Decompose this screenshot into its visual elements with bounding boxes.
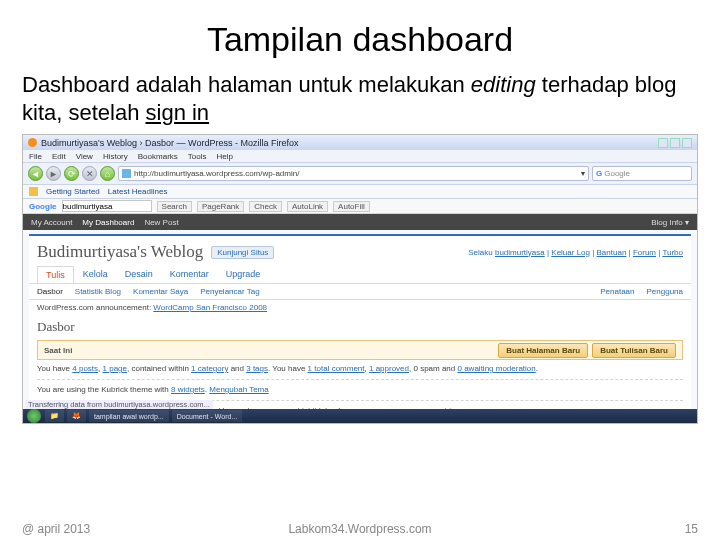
tab-desain[interactable]: Desain	[117, 266, 161, 283]
home-button[interactable]: ⌂	[100, 166, 115, 181]
widgets-link[interactable]: 8 widgets	[171, 385, 205, 394]
tab-kelola[interactable]: Kelola	[75, 266, 116, 283]
menu-tools[interactable]: Tools	[188, 152, 207, 161]
moderation-link[interactable]: 0 awaiting moderation	[458, 364, 536, 373]
taskbar-item-2[interactable]: 🦊	[67, 410, 86, 422]
menu-file[interactable]: File	[29, 152, 42, 161]
subtab-dasbor[interactable]: Dasbor	[37, 287, 63, 296]
subtab-pengguna[interactable]: Pengguna	[647, 287, 683, 296]
footer-source: Labkom34.Wordpress.com	[288, 522, 431, 536]
approved-link[interactable]: 1 approved	[369, 364, 409, 373]
tab-my-dashboard[interactable]: My Dashboard	[82, 218, 134, 227]
browser-toolbar: ◄ ► ⟳ ✕ ⌂ http://budimurtiyasa.wordpress…	[23, 163, 697, 185]
bookmark-icon	[29, 187, 38, 196]
menu-view[interactable]: View	[76, 152, 93, 161]
menu-bookmarks[interactable]: Bookmarks	[138, 152, 178, 161]
wp-topbar: My Account My Dashboard New Post Blog In…	[23, 214, 697, 230]
taskbar-item-4[interactable]: Document - Word...	[172, 410, 243, 422]
site-favicon	[122, 169, 131, 178]
reload-button[interactable]: ⟳	[64, 166, 79, 181]
footer-date: @ april 2013	[22, 522, 90, 536]
announcement-link[interactable]: WordCamp San Francisco 2008	[153, 303, 267, 312]
search-placeholder: Google	[604, 169, 630, 178]
url-bar[interactable]: http://budimurtiyasa.wordpress.com/wp-ad…	[118, 166, 589, 181]
close-button[interactable]	[682, 138, 692, 148]
slide-footer: @ april 2013 Labkom34.Wordpress.com 15	[0, 518, 720, 540]
body-em: editing	[471, 72, 536, 97]
tab-new-post[interactable]: New Post	[144, 218, 178, 227]
user-name-link[interactable]: budimurtiyasa	[495, 248, 545, 257]
menu-history[interactable]: History	[103, 152, 128, 161]
browser-titlebar: Budimurtiyasa's Weblog › Dasbor — WordPr…	[23, 135, 697, 150]
subtab-statistik[interactable]: Statistik Blog	[75, 287, 121, 296]
taskbar-item-1[interactable]: 📁	[45, 410, 64, 422]
turbo-link[interactable]: Turbo	[662, 248, 683, 257]
change-theme-link[interactable]: Mengubah Tema	[209, 385, 268, 394]
body-pre: Dashboard adalah halaman untuk melakukan	[22, 72, 471, 97]
page-number: 15	[685, 522, 698, 536]
new-post-button[interactable]: Buat Tulisan Baru	[592, 343, 676, 358]
tags-link[interactable]: 3 tags	[246, 364, 268, 373]
subtab-tag[interactable]: Penyelancar Tag	[200, 287, 259, 296]
wordpress-admin: My Account My Dashboard New Post Blog In…	[23, 214, 697, 424]
subtab-komentar-saya[interactable]: Komentar Saya	[133, 287, 188, 296]
browser-menubar: File Edit View History Bookmarks Tools H…	[23, 150, 697, 163]
bookmark-getting-started[interactable]: Getting Started	[46, 187, 100, 196]
google-autolink[interactable]: AutoLink	[287, 201, 328, 212]
firefox-icon	[28, 138, 37, 147]
comments-link[interactable]: 1 total comment	[308, 364, 365, 373]
wp-sub-tabs: Dasbor Statistik Blog Komentar Saya Peny…	[29, 283, 691, 300]
windows-taskbar: 📁 🦊 tampilan awal wordp... Document - Wo…	[23, 409, 697, 423]
taskbar-item-3[interactable]: tampilan awal wordp...	[89, 410, 169, 422]
blog-info-dropdown[interactable]: Blog Info ▾	[651, 218, 689, 227]
stop-button[interactable]: ✕	[82, 166, 97, 181]
google-pagerank[interactable]: PageRank	[197, 201, 244, 212]
categories-link[interactable]: 1 category	[191, 364, 228, 373]
slide-body-text: Dashboard adalah halaman untuk melakukan…	[0, 71, 720, 134]
blog-title: Budimurtiyasa's Weblog	[37, 242, 203, 262]
browser-status-text: Transferring data from budimurtiyasa.wor…	[25, 400, 213, 409]
minimize-button[interactable]	[658, 138, 668, 148]
back-button[interactable]: ◄	[28, 166, 43, 181]
tab-tulis[interactable]: Tulis	[37, 266, 74, 283]
maximize-button[interactable]	[670, 138, 680, 148]
right-now-label: Saat Ini	[44, 346, 72, 355]
user-links: Selaku budimurtiyasa | Keluar Log | Bant…	[468, 248, 683, 257]
logout-link[interactable]: Keluar Log	[551, 248, 590, 257]
subtab-penataan[interactable]: Penataan	[600, 287, 634, 296]
forum-link[interactable]: Forum	[633, 248, 656, 257]
tab-upgrade[interactable]: Upgrade	[218, 266, 269, 283]
forward-button[interactable]: ►	[46, 166, 61, 181]
new-page-button[interactable]: Buat Halaman Baru	[498, 343, 588, 358]
visit-site-button[interactable]: Kunjungi Situs	[211, 246, 274, 259]
google-check[interactable]: Check	[249, 201, 282, 212]
tab-my-account[interactable]: My Account	[31, 218, 72, 227]
start-button[interactable]	[27, 409, 41, 423]
menu-edit[interactable]: Edit	[52, 152, 66, 161]
body-underline: sign in	[146, 100, 210, 125]
bookmark-latest-headlines[interactable]: Latest Headlines	[108, 187, 168, 196]
google-autofill[interactable]: AutoFill	[333, 201, 370, 212]
google-logo: Google	[29, 202, 57, 211]
tab-komentar[interactable]: Komentar	[162, 266, 217, 283]
bookmark-bar: Getting Started Latest Headlines	[23, 185, 697, 199]
help-link[interactable]: Bantuan	[597, 248, 627, 257]
google-toolbar: Google Search PageRank Check AutoLink Au…	[23, 199, 697, 214]
google-search-input[interactable]	[62, 200, 152, 212]
embedded-screenshot: Budimurtiyasa's Weblog › Dasbor — WordPr…	[22, 134, 698, 424]
posts-link[interactable]: 4 posts	[72, 364, 98, 373]
search-box[interactable]: GGoogle	[592, 166, 692, 181]
dasbor-heading: Dasbor	[29, 315, 691, 337]
google-search-button[interactable]: Search	[157, 201, 192, 212]
right-now-bar: Saat Ini Buat Halaman Baru Buat Tulisan …	[37, 340, 683, 360]
pages-link[interactable]: 1 page	[103, 364, 127, 373]
slide-title: Tampilan dashboard	[0, 0, 720, 71]
url-text: http://budimurtiyasa.wordpress.com/wp-ad…	[134, 169, 299, 178]
menu-help[interactable]: Help	[216, 152, 232, 161]
wp-announcement: WordPress.com announcement: WordCamp San…	[29, 300, 691, 315]
window-title: Budimurtiyasa's Weblog › Dasbor — WordPr…	[41, 138, 298, 148]
wp-header: Budimurtiyasa's Weblog Kunjungi Situs Se…	[29, 236, 691, 266]
wp-main-tabs: Tulis Kelola Desain Komentar Upgrade	[29, 266, 691, 283]
